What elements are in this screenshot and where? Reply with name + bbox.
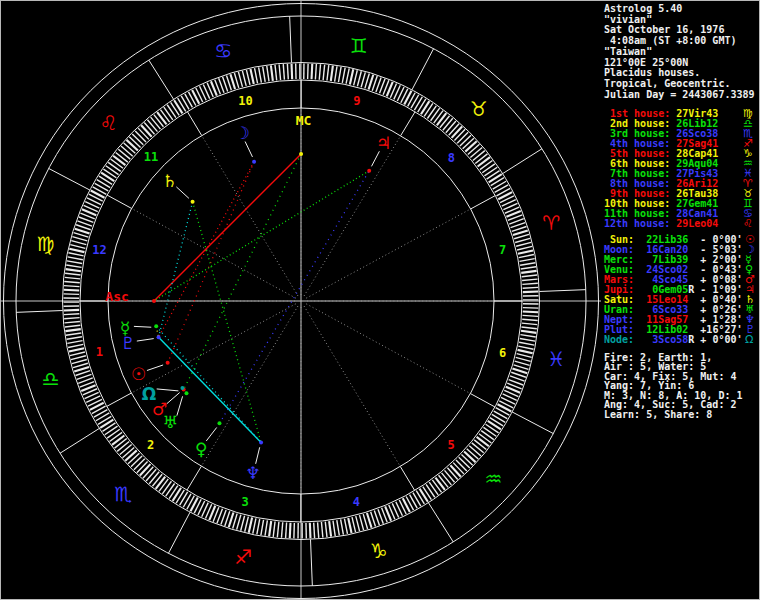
degree-tick [468, 144, 480, 154]
degree-tick [482, 164, 495, 173]
degree-tick [513, 230, 528, 235]
degree-tick [434, 111, 443, 123]
element-tally: Fire: 2, Earth: 1,Air : 5, Water: 5Car: … [604, 353, 742, 419]
degree-tick [125, 450, 136, 460]
degree-tick [246, 70, 250, 85]
degree-tick [420, 489, 428, 502]
degree-tick [437, 113, 446, 125]
planet-pointer-line [167, 393, 180, 404]
planet-pointer-line [176, 187, 189, 198]
house-number: 10 [238, 94, 252, 108]
aspect-line-sextile [159, 202, 193, 338]
degree-tick [522, 323, 537, 325]
degree-tick [439, 475, 449, 487]
degree-tick [173, 488, 181, 501]
degree-tick [164, 107, 173, 120]
degree-tick [435, 478, 444, 490]
degree-tick [489, 174, 502, 182]
degree-tick [488, 421, 501, 429]
planet-pointer-line [256, 447, 260, 464]
planet-pointer-line [372, 151, 380, 166]
zodiac-sign-icon: ♐ [234, 545, 252, 569]
degree-tick [283, 64, 284, 79]
degree-tick [321, 522, 322, 537]
degree-tick [135, 131, 146, 142]
degree-tick [68, 253, 83, 256]
chart-place: "Taiwan" [604, 47, 755, 58]
degree-tick [516, 357, 531, 361]
degree-tick [310, 523, 311, 538]
degree-tick [450, 465, 460, 476]
degree-tick [449, 124, 459, 136]
degree-tick [115, 439, 127, 449]
degree-tick [314, 523, 315, 538]
degree-tick [461, 454, 472, 465]
degree-tick [75, 229, 90, 234]
degree-tick [242, 71, 246, 86]
planet-position-dot [180, 386, 184, 390]
degree-tick [147, 120, 157, 132]
planet-list: Sun: 22Lib36 - 0°00'☉Moon: 16Can20 - 5°0… [604, 235, 743, 345]
degree-tick [65, 329, 80, 331]
degree-tick [271, 65, 273, 80]
degree-tick [279, 65, 280, 80]
house-row: 12th house: 29Leo04♌ [604, 219, 718, 229]
degree-tick [522, 283, 537, 284]
degree-tick [479, 434, 491, 443]
degree-tick [518, 346, 533, 349]
degree-tick [66, 269, 81, 271]
degree-tick [512, 369, 527, 374]
degree-tick [101, 173, 114, 181]
degree-tick [261, 520, 264, 535]
house-divider [471, 196, 496, 209]
degree-tick [151, 117, 161, 129]
degree-tick [69, 348, 84, 351]
degree-tick [64, 314, 79, 315]
degree-tick [323, 65, 325, 80]
planet-position-dot [217, 421, 221, 425]
degree-tick [290, 523, 291, 538]
degree-tick [518, 350, 533, 353]
degree-tick [331, 66, 333, 81]
degree-tick [117, 442, 129, 452]
sign-boundary-line [149, 60, 174, 99]
degree-tick [463, 138, 474, 149]
degree-tick [269, 521, 271, 536]
degree-tick [229, 512, 234, 527]
degree-tick [159, 479, 168, 491]
degree-tick [459, 457, 470, 468]
degree-tick [71, 356, 86, 360]
degree-tick [292, 64, 293, 79]
degree-tick [65, 277, 80, 279]
degree-tick [245, 517, 249, 532]
degree-tick [520, 335, 535, 337]
house-divider [187, 111, 201, 135]
sign-boundary-line [49, 168, 90, 190]
zodiac-sign-icon: ♒ [485, 467, 503, 491]
zodiac-sign-icon: ♓ [548, 347, 566, 371]
house-number: 9 [353, 94, 360, 108]
degree-tick [180, 492, 188, 505]
degree-tick [357, 71, 361, 86]
degree-tick [113, 156, 125, 165]
planet-position-dot [184, 391, 188, 395]
degree-tick [154, 115, 164, 127]
house-divider [187, 466, 201, 490]
degree-tick [74, 367, 89, 372]
planet-pointer-line [157, 389, 179, 391]
degree-tick [342, 68, 345, 83]
degree-tick [484, 167, 497, 176]
house-cusp-spoke [306, 209, 470, 298]
degree-tick [367, 513, 372, 528]
planet-glyph-sun: ☉ [131, 364, 146, 384]
info-sidebar: Astrolog 5.40 "vivian" Sat October 16, 1… [603, 1, 760, 600]
house-number: 4 [353, 495, 360, 509]
degree-tick [333, 521, 335, 536]
house-number: 12 [92, 243, 106, 257]
degree-tick [352, 517, 356, 532]
degree-tick [443, 118, 453, 130]
degree-tick [160, 110, 169, 122]
degree-tick [143, 467, 153, 479]
degree-tick [432, 480, 441, 492]
astrolog-window: ♈♉♊♋♌♍♎♏♐♑♒♓123456789101112☉☽☿♀♂♃♄♅♆♇ΩAs… [0, 0, 760, 600]
